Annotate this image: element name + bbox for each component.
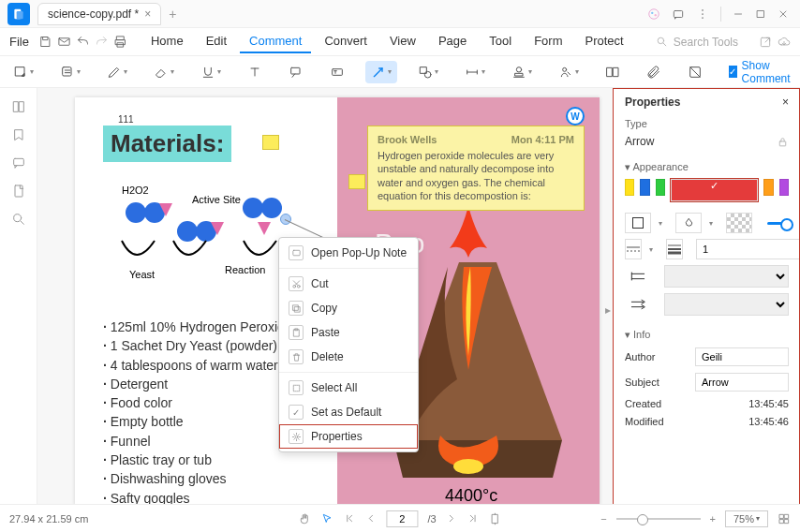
underline-tool[interactable]: ▾ — [195, 61, 227, 83]
stamp-tool[interactable]: ▾ — [506, 61, 538, 83]
svg-rect-72 — [294, 306, 300, 312]
arrow-tool[interactable]: ▾ — [365, 61, 397, 83]
theme-icon[interactable] — [647, 7, 660, 21]
author-badge-icon[interactable]: W — [566, 107, 585, 126]
search-tools[interactable]: Search Tools — [656, 36, 791, 49]
eraser-tool[interactable]: ▾ — [148, 61, 180, 83]
opacity-picker[interactable] — [726, 213, 752, 233]
select-tool-icon[interactable] — [320, 512, 333, 525]
callout-tool[interactable] — [283, 61, 309, 83]
sticky-note-icon[interactable] — [348, 174, 365, 189]
attachment-tool[interactable] — [641, 61, 667, 83]
info-section[interactable]: Info — [625, 329, 789, 341]
sticky-note-icon[interactable] — [262, 135, 279, 150]
end-style-select[interactable] — [664, 293, 789, 316]
document-canvas[interactable]: Materials: 111 W Brook Wells Mon 4:11 PM… — [37, 88, 613, 518]
ctx-open-popup[interactable]: Open Pop-Up Note — [279, 241, 418, 265]
thumbnails-icon[interactable] — [11, 99, 26, 114]
undo-icon[interactable] — [76, 35, 95, 49]
tab-page[interactable]: Page — [429, 30, 476, 53]
hide-tool[interactable] — [682, 61, 708, 83]
signature-tool[interactable]: ▾ — [553, 61, 585, 83]
measure-tool[interactable]: ▾ — [459, 61, 491, 83]
mail-icon[interactable] — [57, 35, 76, 49]
textbox-tool[interactable] — [324, 61, 350, 83]
maximize-button[interactable] — [755, 8, 766, 20]
tab-form[interactable]: Form — [525, 30, 571, 53]
ctx-select-all[interactable]: Select All — [279, 376, 418, 400]
panel-collapse-icon[interactable]: ▸ — [605, 303, 611, 317]
minimize-button[interactable] — [733, 8, 744, 20]
swatch-orange[interactable] — [763, 179, 773, 196]
highlight-tool[interactable]: ▾ — [54, 61, 86, 83]
tab-comment[interactable]: Comment — [240, 30, 311, 53]
search-panel-icon[interactable] — [11, 212, 26, 227]
tab-view[interactable]: View — [380, 30, 425, 53]
swatch-purple[interactable] — [779, 179, 789, 196]
page-input[interactable] — [386, 510, 418, 527]
close-panel-icon[interactable]: × — [782, 96, 789, 109]
start-style-select[interactable] — [664, 265, 789, 288]
share-icon[interactable] — [759, 36, 772, 49]
svg-point-68 — [292, 285, 295, 288]
fill-color-picker[interactable] — [675, 213, 702, 233]
ctx-properties[interactable]: Properties — [279, 424, 418, 449]
ctx-set-default[interactable]: ✓Set as Default — [279, 400, 418, 424]
tab-close-icon[interactable]: × — [144, 7, 151, 21]
more-icon[interactable] — [696, 7, 709, 21]
lock-icon[interactable] — [777, 136, 789, 148]
comments-icon[interactable] — [11, 155, 26, 170]
cloud-icon[interactable] — [778, 36, 791, 49]
fit-page-icon[interactable] — [778, 512, 791, 525]
thickness-picker[interactable] — [666, 239, 683, 259]
appearance-section[interactable]: Appearance — [625, 161, 789, 173]
notification-icon[interactable] — [672, 7, 685, 21]
subject-input[interactable] — [695, 373, 789, 392]
attachments-icon[interactable] — [11, 184, 26, 199]
author-input[interactable] — [695, 347, 789, 366]
ctx-copy[interactable]: Copy — [279, 296, 418, 320]
file-menu[interactable]: File — [0, 35, 38, 49]
document-tab[interactable]: science-copy.pdf * × — [37, 3, 161, 25]
swatch-red[interactable]: ✓ — [671, 179, 758, 201]
print-icon[interactable] — [113, 35, 132, 49]
zoom-value[interactable]: 75% ▾ — [725, 510, 768, 527]
opacity-slider[interactable] — [767, 222, 789, 225]
swatch-blue[interactable] — [640, 179, 649, 196]
redo-icon[interactable] — [95, 35, 113, 49]
comment-popup[interactable]: Brook Wells Mon 4:11 PM Hydrogen peroxid… — [367, 126, 585, 211]
last-page-icon[interactable] — [467, 512, 480, 525]
swatch-green[interactable] — [656, 179, 665, 196]
tab-home[interactable]: Home — [141, 30, 193, 53]
save-icon[interactable] — [38, 35, 57, 49]
zoom-out-icon[interactable]: − — [600, 513, 606, 525]
thickness-input[interactable] — [696, 239, 800, 259]
new-tab-button[interactable]: + — [169, 7, 176, 22]
close-button[interactable] — [778, 8, 789, 20]
zoom-in-icon[interactable]: + — [710, 513, 716, 525]
compare-tool[interactable] — [600, 61, 626, 83]
bookmarks-icon[interactable] — [11, 127, 26, 142]
next-page-icon[interactable] — [446, 512, 458, 525]
scroll-mode-icon[interactable] — [489, 512, 502, 525]
prev-page-icon[interactable] — [364, 512, 377, 525]
swatch-yellow[interactable] — [625, 179, 634, 196]
shapes-tool[interactable]: ▾ — [412, 61, 444, 83]
tab-convert[interactable]: Convert — [315, 30, 377, 53]
ctx-delete[interactable]: Delete — [279, 345, 418, 369]
tab-tool[interactable]: Tool — [480, 30, 521, 53]
tab-protect[interactable]: Protect — [575, 30, 632, 53]
line-style-picker[interactable] — [625, 239, 642, 259]
tab-edit[interactable]: Edit — [197, 30, 236, 53]
first-page-icon[interactable] — [343, 512, 355, 525]
hand-tool-icon[interactable] — [298, 512, 311, 525]
zoom-slider[interactable] — [616, 518, 701, 520]
ctx-cut[interactable]: Cut — [279, 272, 418, 296]
note-tool[interactable]: ▾ — [7, 61, 39, 83]
stroke-color-picker[interactable] — [625, 213, 651, 233]
ctx-paste[interactable]: Paste — [279, 320, 418, 345]
pencil-tool[interactable]: ▾ — [101, 61, 133, 83]
show-comment-toggle[interactable]: ✓ Show Comment — [723, 55, 800, 89]
svg-point-8 — [702, 17, 704, 19]
text-tool[interactable] — [242, 61, 268, 83]
